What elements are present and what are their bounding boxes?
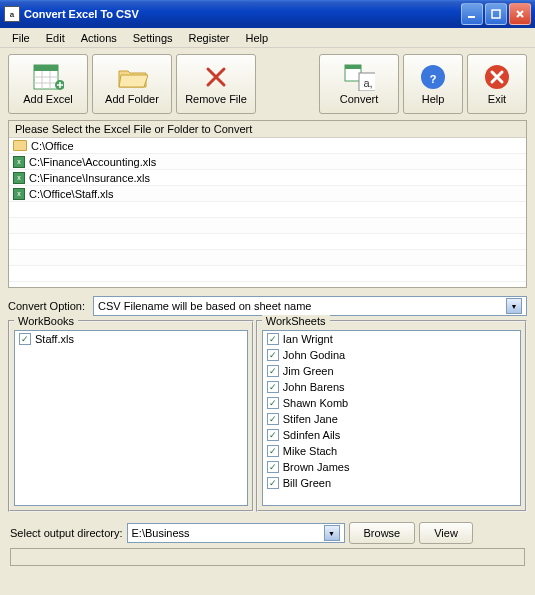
checkbox[interactable]: ✓ xyxy=(267,333,279,345)
menubar: File Edit Actions Settings Register Help xyxy=(0,28,535,48)
add-excel-button[interactable]: Add Excel xyxy=(8,54,88,114)
remove-file-button[interactable]: Remove File xyxy=(176,54,256,114)
file-row[interactable]: xC:\Finance\Accounting.xls xyxy=(9,154,526,170)
worksheets-title: WorkSheets xyxy=(262,315,330,327)
list-item[interactable]: ✓Bill Green xyxy=(263,475,520,491)
browse-button[interactable]: Browse xyxy=(349,522,416,544)
menu-edit[interactable]: Edit xyxy=(38,30,73,46)
menu-help[interactable]: Help xyxy=(238,30,277,46)
exit-icon xyxy=(481,63,513,91)
list-item[interactable]: ✓Brown James xyxy=(263,459,520,475)
svg-text:a,: a, xyxy=(363,77,372,89)
file-list-body[interactable]: C:\OfficexC:\Finance\Accounting.xlsxC:\F… xyxy=(9,138,526,282)
svg-text:?: ? xyxy=(430,73,437,85)
app-icon: a xyxy=(4,6,20,22)
list-item-label: Brown James xyxy=(283,461,350,473)
checkbox[interactable]: ✓ xyxy=(267,397,279,409)
minimize-button[interactable] xyxy=(461,3,483,25)
excel-icon: x xyxy=(13,188,25,200)
file-row-empty xyxy=(9,250,526,266)
chevron-down-icon: ▼ xyxy=(506,298,522,314)
svg-rect-3 xyxy=(34,65,58,71)
file-path: C:\Office xyxy=(31,140,74,152)
list-item-label: John Barens xyxy=(283,381,345,393)
list-item-label: Bill Green xyxy=(283,477,331,489)
checkbox[interactable]: ✓ xyxy=(19,333,31,345)
menu-settings[interactable]: Settings xyxy=(125,30,181,46)
convert-button[interactable]: a, Convert xyxy=(319,54,399,114)
folder-icon xyxy=(13,140,27,151)
file-list-header: Please Select the Excel File or Folder t… xyxy=(9,121,526,138)
status-bar xyxy=(10,548,525,566)
output-directory-select[interactable]: E:\Business ▼ xyxy=(127,523,345,543)
exit-button[interactable]: Exit xyxy=(467,54,527,114)
add-folder-label: Add Folder xyxy=(105,93,159,105)
checkbox[interactable]: ✓ xyxy=(267,477,279,489)
list-item-label: Mike Stach xyxy=(283,445,337,457)
checkbox[interactable]: ✓ xyxy=(267,461,279,473)
workbooks-panel: WorkBooks ✓Staff.xls xyxy=(8,320,254,512)
titlebar[interactable]: a Convert Excel To CSV xyxy=(0,0,535,28)
output-label: Select output directory: xyxy=(10,527,123,539)
list-item[interactable]: ✓Mike Stach xyxy=(263,443,520,459)
checkbox[interactable]: ✓ xyxy=(267,349,279,361)
convert-option-select[interactable]: CSV Filename will be based on sheet name… xyxy=(93,296,527,316)
checkbox[interactable]: ✓ xyxy=(267,365,279,377)
toolbar: Add Excel Add Folder Remove File a, Conv… xyxy=(0,48,535,120)
menu-file[interactable]: File xyxy=(4,30,38,46)
workbooks-list[interactable]: ✓Staff.xls xyxy=(14,330,248,506)
menu-register[interactable]: Register xyxy=(181,30,238,46)
list-item[interactable]: ✓Jim Green xyxy=(263,363,520,379)
output-directory-value: E:\Business xyxy=(132,527,190,539)
convert-icon: a, xyxy=(343,63,375,91)
checkbox[interactable]: ✓ xyxy=(267,381,279,393)
workbooks-title: WorkBooks xyxy=(14,315,78,327)
add-excel-label: Add Excel xyxy=(23,93,73,105)
list-item-label: Sdinfen Ails xyxy=(283,429,340,441)
file-row[interactable]: xC:\Office\Staff.xls xyxy=(9,186,526,202)
chevron-down-icon: ▼ xyxy=(324,525,340,541)
convert-option-value: CSV Filename will be based on sheet name xyxy=(98,300,311,312)
svg-rect-10 xyxy=(345,65,361,69)
help-icon: ? xyxy=(417,63,449,91)
remove-file-label: Remove File xyxy=(185,93,247,105)
menu-actions[interactable]: Actions xyxy=(73,30,125,46)
remove-icon xyxy=(200,63,232,91)
list-item[interactable]: ✓Shawn Komb xyxy=(263,395,520,411)
svg-rect-1 xyxy=(492,10,500,18)
view-button[interactable]: View xyxy=(419,522,473,544)
list-item[interactable]: ✓Ian Wrignt xyxy=(263,331,520,347)
convert-label: Convert xyxy=(340,93,379,105)
file-row-empty xyxy=(9,234,526,250)
file-path: C:\Finance\Insurance.xls xyxy=(29,172,150,184)
worksheets-list[interactable]: ✓Ian Wrignt✓John Godina✓Jim Green✓John B… xyxy=(262,330,521,506)
list-item[interactable]: ✓John Godina xyxy=(263,347,520,363)
add-folder-button[interactable]: Add Folder xyxy=(92,54,172,114)
checkbox[interactable]: ✓ xyxy=(267,413,279,425)
checkbox[interactable]: ✓ xyxy=(267,445,279,457)
file-row[interactable]: C:\Office xyxy=(9,138,526,154)
excel-add-icon xyxy=(32,63,64,91)
file-list-panel: Please Select the Excel File or Folder t… xyxy=(8,120,527,288)
file-row-empty xyxy=(9,202,526,218)
maximize-button[interactable] xyxy=(485,3,507,25)
file-row-empty xyxy=(9,266,526,282)
list-item-label: Stifen Jane xyxy=(283,413,338,425)
help-button[interactable]: ? Help xyxy=(403,54,463,114)
file-path: C:\Finance\Accounting.xls xyxy=(29,156,156,168)
list-item[interactable]: ✓Stifen Jane xyxy=(263,411,520,427)
file-row[interactable]: xC:\Finance\Insurance.xls xyxy=(9,170,526,186)
checkbox[interactable]: ✓ xyxy=(267,429,279,441)
convert-option-label: Convert Option: xyxy=(8,300,85,312)
folder-icon xyxy=(116,63,148,91)
window-title: Convert Excel To CSV xyxy=(24,8,461,20)
excel-icon: x xyxy=(13,156,25,168)
list-item-label: Jim Green xyxy=(283,365,334,377)
close-button[interactable] xyxy=(509,3,531,25)
list-item[interactable]: ✓John Barens xyxy=(263,379,520,395)
output-row: Select output directory: E:\Business ▼ B… xyxy=(10,522,525,544)
list-item[interactable]: ✓Sdinfen Ails xyxy=(263,427,520,443)
excel-icon: x xyxy=(13,172,25,184)
list-item-label: John Godina xyxy=(283,349,345,361)
list-item[interactable]: ✓Staff.xls xyxy=(15,331,247,347)
